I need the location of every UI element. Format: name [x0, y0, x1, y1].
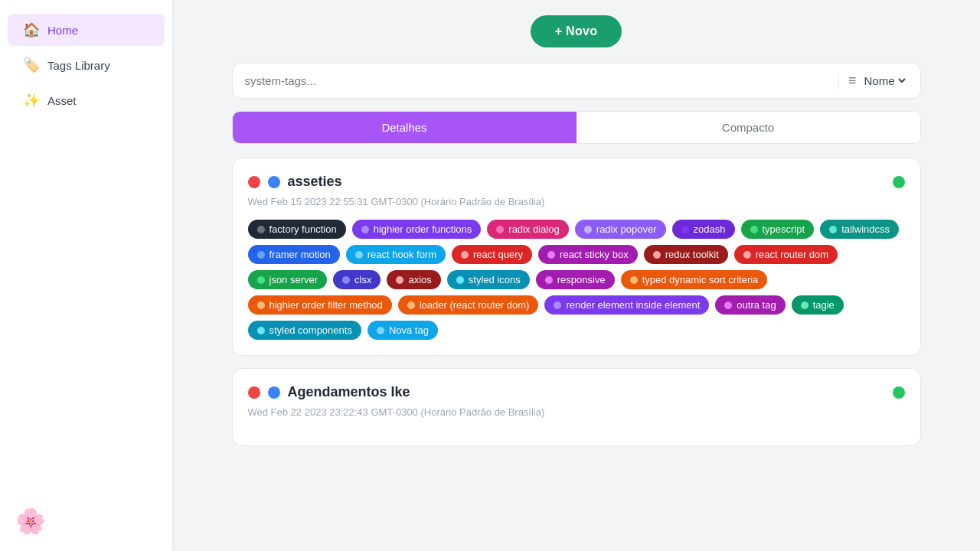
tag-react-query[interactable]: react query — [452, 245, 532, 264]
cards-container: assetiesWed Feb 15 2023 22:55:31 GMT-030… — [232, 158, 921, 458]
tag-dot — [456, 276, 464, 284]
card-title: Agendamentos Ike — [288, 384, 885, 400]
card-title: asseties — [288, 174, 885, 190]
tag-dot — [829, 226, 837, 233]
sort-select[interactable]: Nome Data — [861, 73, 908, 88]
tag-json-server[interactable]: json server — [248, 270, 328, 289]
tab-detalhes[interactable]: Detalhes — [233, 112, 577, 143]
tag-react-router-dom[interactable]: react router dom — [734, 245, 838, 264]
dot-blue — [268, 386, 280, 399]
tag-factory-function[interactable]: factory function — [248, 220, 346, 239]
status-dot — [893, 386, 905, 399]
tag-framer-motion[interactable]: framer motion — [248, 245, 340, 264]
tag-react-sticky-box[interactable]: react sticky box — [538, 245, 638, 264]
tag-label: react router dom — [756, 249, 828, 260]
search-input[interactable] — [245, 74, 829, 87]
tag-radix-popover[interactable]: radix popover — [575, 220, 666, 239]
card-date: Wed Feb 22 2023 23:22:43 GMT-0300 (Horár… — [248, 406, 905, 418]
tag-zodash[interactable]: zodash — [672, 220, 735, 239]
dot-red — [248, 176, 260, 188]
tag-label: tagie — [813, 299, 835, 311]
tag-label: axios — [408, 274, 431, 285]
tag-styled-icons[interactable]: styled icons — [447, 270, 530, 289]
tags-icon: 🏷️ — [23, 57, 40, 73]
tag-label: react hook form — [368, 249, 436, 260]
logo-icon: 🌸 — [15, 507, 46, 535]
tag-loader-(react-router-dom)[interactable]: loader (react router dom) — [398, 295, 539, 315]
tag-react-hook-form[interactable]: react hook form — [346, 245, 446, 264]
tag-dot — [545, 276, 553, 284]
tag-render-element-inside-element[interactable]: render element inside element — [544, 295, 709, 315]
tag-styled-components[interactable]: styled components — [248, 321, 361, 340]
home-icon: 🏠 — [23, 21, 40, 38]
tag-dot — [257, 302, 265, 309]
tag-label: typed dynamic sort criteria — [642, 274, 759, 285]
tag-label: zodash — [694, 223, 726, 235]
tag-label: react query — [473, 249, 523, 260]
tag-dot — [584, 226, 592, 233]
tag-dot — [342, 276, 350, 284]
tag-dot — [361, 226, 369, 233]
tag-dot — [724, 302, 732, 309]
tag-label: styled components — [270, 324, 352, 336]
tag-nova-tag[interactable]: Nova tag — [368, 321, 438, 340]
card-date: Wed Feb 15 2023 22:55:31 GMT-0300 (Horár… — [248, 196, 905, 207]
tag-label: framer motion — [270, 249, 331, 260]
tag-dot — [554, 302, 561, 309]
sidebar: 🏠 Home 🏷️ Tags Library ✨ Asset 🌸 — [0, 0, 172, 551]
tag-dot — [377, 327, 384, 334]
tag-dot — [653, 251, 661, 259]
card-header: asseties — [248, 174, 905, 190]
status-dot — [893, 176, 905, 188]
tag-tagie[interactable]: tagie — [792, 295, 844, 315]
tag-label: render element inside element — [566, 299, 700, 311]
tag-radix-dialog[interactable]: radix dialog — [487, 220, 569, 239]
logo: 🌸 — [15, 507, 46, 536]
view-tabs: Detalhes Compacto — [232, 111, 921, 144]
tag-label: json server — [270, 274, 318, 285]
sidebar-item-asset[interactable]: ✨ Asset — [8, 84, 165, 116]
tag-dot — [396, 276, 403, 284]
tag-label: radix dialog — [508, 223, 560, 235]
dot-red — [248, 386, 260, 399]
tag-dot — [407, 302, 415, 309]
tag-redux-toolkit[interactable]: redux toolkit — [644, 245, 728, 264]
tag-dot — [257, 327, 265, 334]
tag-dot — [801, 302, 808, 309]
card-header: Agendamentos Ike — [248, 384, 905, 400]
tag-dot — [750, 226, 758, 233]
tag-dot — [496, 226, 504, 233]
tag-label: highier order filter method — [270, 299, 383, 311]
tag-typescript[interactable]: typescript — [741, 220, 815, 239]
sidebar-item-asset-label: Asset — [47, 94, 77, 107]
novo-button[interactable]: + Novo — [531, 15, 622, 47]
tag-label: outra tag — [737, 299, 776, 311]
tag-label: typescript — [763, 223, 805, 235]
tag-label: factory function — [270, 223, 337, 235]
search-bar: ≡ Nome Data — [232, 63, 921, 99]
tag-dot — [257, 276, 265, 284]
tag-typed-dynamic-sort-criteria[interactable]: typed dynamic sort criteria — [621, 270, 768, 289]
tag-label: tailwindcss — [841, 223, 890, 235]
tag-dot — [257, 251, 265, 259]
tag-label: react sticky box — [560, 249, 629, 260]
tag-dot — [743, 251, 751, 259]
tag-highier-order-filter-method[interactable]: highier order filter method — [248, 295, 392, 315]
dot-blue — [268, 176, 280, 188]
tag-responsive[interactable]: responsive — [536, 270, 615, 289]
tag-label: responsive — [557, 274, 606, 285]
tag-outra-tag[interactable]: outra tag — [715, 295, 785, 315]
sidebar-item-tags-library[interactable]: 🏷️ Tags Library — [8, 49, 165, 81]
tag-label: highier order functions — [374, 223, 472, 235]
tag-tailwindcss[interactable]: tailwindcss — [820, 220, 899, 239]
tag-highier-order-functions[interactable]: highier order functions — [352, 220, 482, 239]
tags-container: factory functionhighier order functionsr… — [248, 220, 905, 340]
sidebar-item-home-label: Home — [47, 24, 78, 37]
tag-axios[interactable]: axios — [387, 270, 440, 289]
tab-compacto[interactable]: Compacto — [577, 112, 920, 143]
tag-dot — [355, 251, 363, 259]
tag-label: styled icons — [469, 274, 521, 285]
sidebar-item-home[interactable]: 🏠 Home — [8, 14, 165, 46]
card-asseties: assetiesWed Feb 15 2023 22:55:31 GMT-030… — [232, 158, 921, 356]
tag-clsx[interactable]: clsx — [333, 270, 381, 289]
